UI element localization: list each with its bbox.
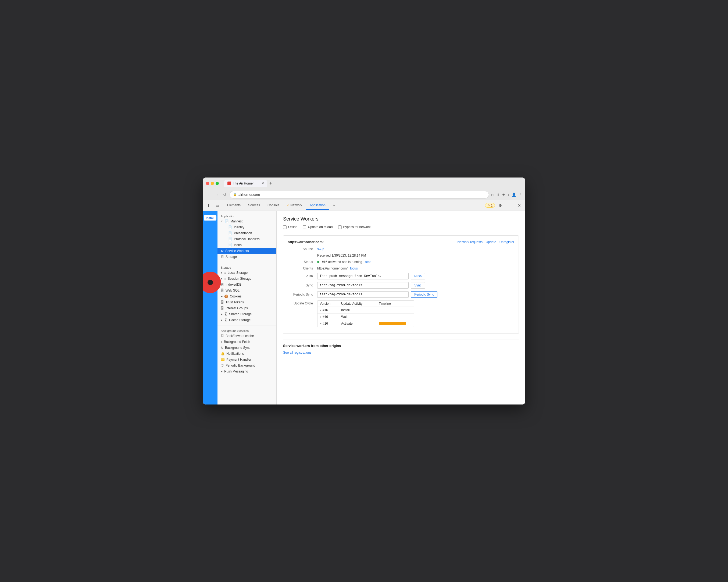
status-dot-icon xyxy=(317,261,319,263)
sidebar-item-service-workers[interactable]: ⚙ Service Workers xyxy=(217,248,276,254)
forward-button[interactable]: → xyxy=(214,192,220,197)
see-all-registrations-link[interactable]: See all registrations xyxy=(283,351,311,354)
sidebar-item-indexeddb[interactable]: 🗄 IndexedDB xyxy=(217,282,276,287)
status-label: Status xyxy=(288,260,317,264)
maximize-button[interactable] xyxy=(216,182,219,185)
version-cell: ▶ #16 xyxy=(320,308,341,312)
more-options-icon[interactable]: ⋮ xyxy=(506,202,514,209)
timeline-header: Timeline xyxy=(379,302,412,305)
unregister-link[interactable]: Unregister xyxy=(499,240,514,244)
sidebar-item-cookies[interactable]: ▶ 🍪 Cookies xyxy=(217,294,276,299)
sidebar-item-local-storage[interactable]: ▶ ≡ Local Storage xyxy=(217,270,276,276)
sidebar-item-shared-storage[interactable]: ▶ 🗄 Shared Storage xyxy=(217,311,276,317)
profile-icon[interactable]: 👤 xyxy=(512,193,516,197)
cast-icon[interactable]: ⊡ xyxy=(491,193,494,197)
clients-value: https://airhorner.com/ focus xyxy=(317,267,358,270)
update-on-reload-checkbox-label[interactable]: Update on reload xyxy=(303,225,333,229)
back-button[interactable]: ← xyxy=(206,192,212,197)
bypass-for-network-checkbox[interactable] xyxy=(338,225,342,229)
shared-storage-arrow-icon: ▶ xyxy=(221,313,223,315)
minimize-button[interactable] xyxy=(211,182,214,185)
periodic-background-icon: ⏱ xyxy=(221,363,224,368)
settings-icon[interactable]: ⚙ xyxy=(497,202,504,209)
bypass-for-network-checkbox-label[interactable]: Bypass for network xyxy=(338,225,371,229)
periodic-sync-input[interactable] xyxy=(317,291,409,298)
service-workers-icon: ⚙ xyxy=(221,249,224,253)
update-on-reload-checkbox[interactable] xyxy=(303,225,306,229)
url-text: airhorner.com xyxy=(238,193,260,197)
sidebar-item-cookies-label: Cookies xyxy=(230,295,241,298)
offline-checkbox[interactable] xyxy=(283,225,287,229)
browser-tab[interactable]: The Air Horner ✕ xyxy=(224,180,267,187)
share-icon[interactable]: ⬆ xyxy=(497,193,500,197)
sidebar-item-cache-storage[interactable]: ▶ 🗄 Cache Storage xyxy=(217,317,276,323)
devtools-main-content: Service Workers Offline Update on reload… xyxy=(277,211,525,405)
sidebar-item-identity[interactable]: 📄 Identity xyxy=(217,224,276,230)
cache-storage-arrow-icon: ▶ xyxy=(221,319,223,321)
tab-console[interactable]: Console xyxy=(264,201,283,210)
sidebar-item-periodic-background[interactable]: ⏱ Periodic Background xyxy=(217,362,276,369)
sidebar-item-storage[interactable]: 🗄 Storage xyxy=(217,254,276,260)
push-button[interactable]: Push xyxy=(411,273,425,279)
close-button[interactable] xyxy=(206,182,209,185)
sidebar-item-background-fetch-label: Background Fetch xyxy=(224,340,250,344)
manifest-arrow-icon: ▼ xyxy=(221,220,223,223)
bookmark-icon[interactable]: ★ xyxy=(502,193,505,197)
traffic-lights xyxy=(206,182,219,185)
tab-application[interactable]: Application xyxy=(306,201,329,210)
new-tab-button[interactable]: + xyxy=(267,180,274,187)
sidebar-item-notifications[interactable]: 🔔 Notifications xyxy=(217,351,276,357)
offline-checkbox-label[interactable]: Offline xyxy=(283,225,297,229)
network-requests-link[interactable]: Network requests xyxy=(458,240,483,244)
notifications-icon: 🔔 xyxy=(221,352,225,356)
source-file-link[interactable]: sw.js xyxy=(317,247,324,251)
tab-sources[interactable]: Sources xyxy=(244,201,264,210)
sync-input[interactable] xyxy=(317,282,409,288)
version-value: #16 xyxy=(322,315,328,319)
extension-icon[interactable]: ↓ xyxy=(508,193,510,197)
menu-icon[interactable]: ⋮ xyxy=(518,193,522,197)
sidebar-item-protocol-handlers[interactable]: 📄 Protocol Handlers xyxy=(217,236,276,242)
cursor-tool-icon[interactable]: ⬆ xyxy=(205,202,212,209)
sync-button[interactable]: Sync xyxy=(411,282,425,288)
presentation-icon: 📄 xyxy=(228,231,232,235)
sidebar-item-push-messaging[interactable]: ● Push Messaging xyxy=(217,369,276,374)
close-devtools-icon[interactable]: ✕ xyxy=(516,202,523,209)
install-button[interactable]: Install xyxy=(204,215,217,221)
tab-elements[interactable]: Elements xyxy=(224,201,244,210)
sidebar-item-payment-handler[interactable]: 💳 Payment Handler xyxy=(217,357,276,362)
sidebar-item-background-fetch[interactable]: ↕ Background Fetch xyxy=(217,339,276,345)
periodic-sync-button[interactable]: Periodic Sync xyxy=(411,291,437,298)
tab-close-icon[interactable]: ✕ xyxy=(262,181,264,185)
sidebar-item-manifest[interactable]: ▼ 📄 Manifest xyxy=(217,219,276,224)
sidebar-item-interest-groups[interactable]: 🗄 Interest Groups xyxy=(217,305,276,311)
sidebar-item-icons[interactable]: 📄 Icons xyxy=(217,242,276,248)
update-link[interactable]: Update xyxy=(486,240,496,244)
sidebar-item-presentation[interactable]: 📄 Presentation xyxy=(217,230,276,236)
warning-badge-count: 2 xyxy=(491,204,493,207)
sidebar-item-back-forward-cache[interactable]: 🗄 Back/forward cache xyxy=(217,333,276,339)
warning-badge[interactable]: ⚠ 2 xyxy=(485,203,495,208)
timeline-bar xyxy=(379,322,406,325)
sw-clients-row: Clients https://airhorner.com/ focus xyxy=(288,267,514,270)
address-input[interactable]: 🔒 airhorner.com xyxy=(230,191,489,199)
device-tool-icon[interactable]: ▭ xyxy=(213,202,221,209)
focus-link[interactable]: focus xyxy=(350,267,358,270)
network-warning-icon: ⚠ xyxy=(287,204,289,207)
update-cycle-table: Version Update Activity Timeline ▶ #16 I… xyxy=(317,300,414,327)
tab-network[interactable]: ⚠Network xyxy=(283,201,306,210)
stop-link[interactable]: stop xyxy=(365,260,371,264)
refresh-button[interactable]: ↺ xyxy=(222,192,228,197)
sidebar-item-session-storage[interactable]: ▶ ≡ Session Storage xyxy=(217,276,276,282)
push-input[interactable] xyxy=(317,273,409,279)
devtools-left-panel: Application ▼ 📄 Manifest 📄 Identity 📄 Pr… xyxy=(217,211,277,405)
sidebar-item-storage-label: Storage xyxy=(226,255,237,259)
sidebar-item-websql[interactable]: 🗄 Web SQL xyxy=(217,287,276,294)
sw-origin: https://airhorner.com/ xyxy=(288,240,324,244)
tab-more[interactable]: » xyxy=(329,201,339,210)
sidebar-item-trust-tokens[interactable]: 🗄 Trust Tokens xyxy=(217,299,276,305)
sidebar-item-payment-handler-label: Payment Handler xyxy=(226,358,251,361)
update-cycle-label: Update Cycle xyxy=(288,300,317,305)
sidebar-item-background-sync[interactable]: ↻ Background Sync xyxy=(217,345,276,351)
background-fetch-icon: ↕ xyxy=(221,340,222,344)
